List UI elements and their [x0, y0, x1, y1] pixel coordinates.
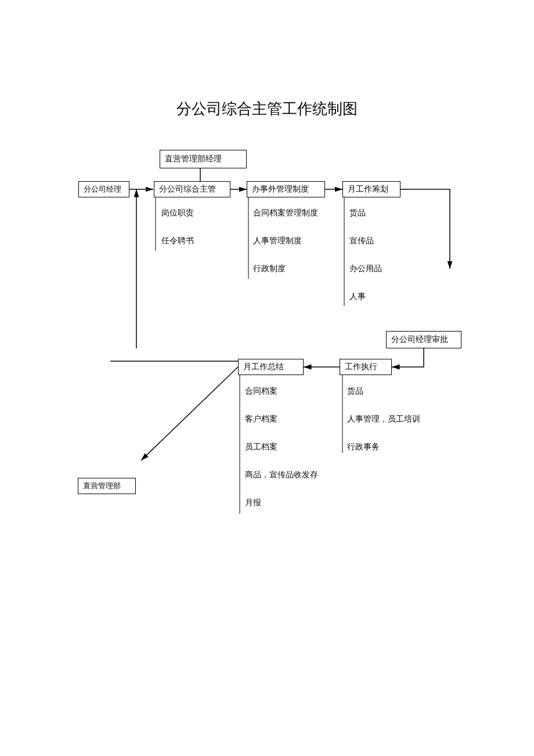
sub-office-a: 合同档案管理制度	[253, 208, 318, 218]
svg-line-6	[141, 367, 238, 460]
node-work-exec: 工作执行	[340, 359, 392, 375]
sub-summary-b: 客户档案	[245, 414, 277, 424]
sub-supervisor-b: 任令聘书	[161, 236, 194, 246]
sub-summary-d: 商品，宣传品收发存	[245, 470, 318, 480]
sub-exec-a: 货品	[347, 386, 363, 397]
node-branch-manager: 分公司经理	[78, 181, 129, 197]
node-month-plan: 月工作筹划	[342, 181, 400, 197]
node-direct-mgmt-bottom: 直营管理部	[78, 478, 136, 494]
node-label: 分公司经理审批	[391, 334, 448, 345]
sub-plan-b: 宣传品	[349, 236, 374, 246]
sub-plan-d: 人事	[349, 291, 366, 302]
node-branch-supervisor: 分公司综合主管	[154, 181, 230, 197]
node-office-mgmt: 办事外管理制度	[247, 181, 325, 197]
sub-plan-a: 货品	[349, 208, 366, 218]
node-label: 分公司综合主管	[159, 184, 216, 195]
sub-office-b: 人事管理制度	[253, 236, 302, 246]
sub-exec-b: 人事管理，员工培训	[347, 414, 420, 424]
sub-plan-c: 办公用品	[349, 264, 382, 274]
node-label: 办事外管理制度	[252, 184, 309, 195]
sub-supervisor-a: 岗位职责	[161, 208, 194, 218]
node-label: 月工作筹划	[348, 184, 388, 195]
node-direct-mgmt-top: 直营管理部经理	[160, 150, 247, 168]
sub-summary-e: 月报	[245, 498, 261, 508]
node-label: 直营管理部经理	[165, 154, 222, 164]
diagram-title: 分公司综合主管工作统制图	[0, 99, 534, 119]
node-label: 月工作总结	[243, 362, 284, 372]
node-label: 工作执行	[345, 362, 377, 372]
sub-summary-c: 员工档案	[245, 442, 277, 452]
sub-exec-c: 行政事务	[347, 442, 380, 452]
sub-summary-a: 合同档案	[245, 386, 277, 397]
sub-office-c: 行政制度	[253, 264, 286, 274]
node-label: 直营管理部	[83, 481, 121, 491]
node-label: 分公司经理	[84, 184, 121, 195]
node-month-summary: 月工作总结	[238, 359, 304, 375]
node-branch-manager-approve: 分公司经理审批	[386, 331, 461, 348]
